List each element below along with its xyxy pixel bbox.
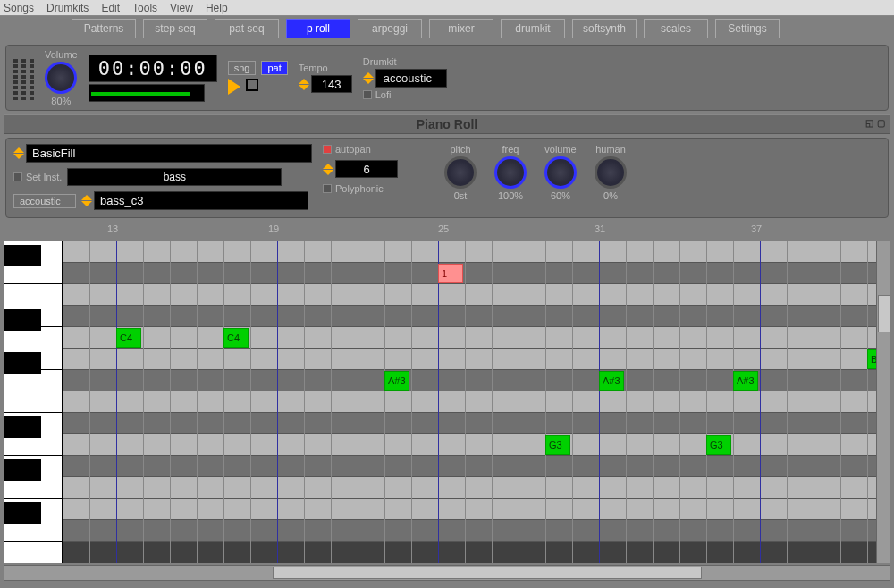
- song-progress[interactable]: [89, 84, 205, 102]
- piano-keyboard[interactable]: [4, 241, 63, 563]
- maximize-icon[interactable]: ◱: [865, 118, 873, 128]
- ruler-label: 25: [438, 223, 449, 234]
- sample-spinner[interactable]: [81, 195, 92, 206]
- value-spinner[interactable]: [323, 164, 333, 175]
- note-grid[interactable]: 1C4C4B3A#3A#3A#3G3G3: [63, 241, 876, 563]
- note-G3[interactable]: G3: [706, 435, 731, 455]
- set-inst-label: Set Inst.: [26, 172, 62, 182]
- autopan-checkbox[interactable]: [323, 145, 332, 154]
- drumkit-label: Drumkit: [363, 56, 447, 67]
- arrow-up-icon[interactable]: [81, 195, 92, 200]
- freq-knob[interactable]: [494, 156, 527, 189]
- instrument-panel: BasicFill Set Inst. bass accoustic bass_…: [5, 138, 889, 218]
- note-1[interactable]: 1: [438, 264, 463, 283]
- tempo-spinner[interactable]: [299, 79, 309, 90]
- tempo-value[interactable]: 143: [311, 75, 352, 93]
- note-A#3[interactable]: A#3: [733, 371, 758, 391]
- arrow-down-icon[interactable]: [363, 79, 374, 84]
- lofi-label: Lofi: [375, 89, 392, 100]
- arrow-down-icon[interactable]: [13, 154, 24, 159]
- value-field[interactable]: 6: [335, 160, 398, 178]
- tab-softsynth[interactable]: softsynth: [572, 19, 637, 38]
- note-C4[interactable]: C4: [116, 328, 141, 348]
- arrow-up-icon[interactable]: [13, 147, 24, 153]
- volume-knob[interactable]: [45, 62, 77, 94]
- arrow-up-icon[interactable]: [323, 164, 333, 169]
- stop-button[interactable]: [246, 79, 258, 91]
- tab-drumkit[interactable]: drumkit: [501, 19, 565, 38]
- note-G3[interactable]: G3: [545, 435, 570, 455]
- drumkit-spinner[interactable]: [363, 72, 374, 84]
- freq-label: freq: [502, 144, 519, 155]
- tab-step-seq[interactable]: step seq: [143, 19, 207, 38]
- tab-mixer[interactable]: mixer: [429, 19, 493, 38]
- ruler-label: 13: [107, 223, 118, 234]
- arrow-down-icon[interactable]: [299, 85, 309, 90]
- pattern-name-field[interactable]: BasicFill: [26, 144, 312, 163]
- tab-arpeggi[interactable]: arpeggi: [358, 19, 422, 38]
- play-button[interactable]: [228, 79, 240, 95]
- polyphonic-label: Polyphonic: [335, 183, 384, 194]
- menubar: Songs Drumkits Edit Tools View Help: [0, 0, 894, 16]
- menu-edit[interactable]: Edit: [101, 2, 120, 14]
- polyphonic-checkbox[interactable]: [323, 184, 332, 193]
- tempo-label: Tempo: [299, 63, 352, 73]
- note-A#3[interactable]: A#3: [384, 371, 409, 391]
- instrument-name-field[interactable]: bass: [67, 168, 282, 186]
- volume-knob-value: 60%: [551, 190, 570, 201]
- pitch-value: 0st: [454, 190, 468, 201]
- pat-button[interactable]: pat: [261, 61, 287, 75]
- kit-select-button[interactable]: accoustic: [13, 194, 76, 208]
- tab-pat-seq[interactable]: pat seq: [215, 19, 279, 38]
- autopan-label: autopan: [335, 144, 371, 155]
- menu-view[interactable]: View: [170, 2, 193, 14]
- drumkit-value[interactable]: accoustic: [375, 69, 447, 88]
- lofi-checkbox[interactable]: [363, 90, 372, 99]
- human-label: human: [595, 144, 626, 155]
- piano-roll: 1C4C4B3A#3A#3A#3G3G3: [4, 241, 890, 563]
- timeline-ruler[interactable]: 13 19 25 31 37: [63, 222, 890, 238]
- menu-tools[interactable]: Tools: [132, 2, 157, 14]
- sample-name-field[interactable]: bass_c3: [94, 191, 308, 210]
- ruler-label: 31: [595, 223, 605, 234]
- ruler-label: 19: [268, 223, 279, 234]
- tab-patterns[interactable]: Patterns: [72, 19, 136, 38]
- pitch-label: pitch: [450, 144, 470, 155]
- note-B3[interactable]: B3: [867, 349, 876, 369]
- tab-settings[interactable]: Settings: [715, 19, 780, 38]
- arrow-up-icon[interactable]: [299, 79, 309, 84]
- pattern-spinner[interactable]: [13, 147, 24, 159]
- volume-knob-inst[interactable]: [544, 156, 577, 189]
- set-inst-checkbox[interactable]: [13, 172, 22, 181]
- human-knob[interactable]: [595, 156, 627, 189]
- vertical-scrollbar[interactable]: [876, 241, 890, 563]
- time-display: 00:00:00: [89, 55, 217, 82]
- volume-label: Volume: [45, 49, 78, 60]
- tab-row: Patterns step seq pat seq p roll arpeggi…: [0, 16, 894, 41]
- tab-scales[interactable]: scales: [644, 19, 708, 38]
- horizontal-scrollbar[interactable]: [4, 565, 890, 581]
- transport-panel: Volume 80% 00:00:00 sng pat Tempo 143 Dr…: [5, 45, 889, 111]
- freq-value: 100%: [498, 190, 523, 201]
- restore-icon[interactable]: ▢: [877, 118, 885, 128]
- editor-titlebar: Piano Roll ◱ ▢: [4, 114, 890, 134]
- scrollbar-thumb[interactable]: [273, 567, 702, 579]
- ruler-label: 37: [751, 223, 762, 234]
- tab-p-roll[interactable]: p roll: [286, 19, 350, 38]
- note-C4[interactable]: C4: [224, 328, 249, 348]
- arrow-down-icon[interactable]: [323, 170, 333, 175]
- arrow-up-icon[interactable]: [363, 72, 374, 78]
- menu-help[interactable]: Help: [206, 2, 228, 14]
- arrow-down-icon[interactable]: [81, 201, 92, 206]
- menu-drumkits[interactable]: Drumkits: [46, 2, 89, 14]
- vu-meter: [13, 55, 34, 100]
- scrollbar-thumb[interactable]: [878, 295, 890, 332]
- sng-button[interactable]: sng: [228, 61, 257, 75]
- volume-value: 80%: [51, 96, 71, 106]
- menu-songs[interactable]: Songs: [4, 2, 34, 14]
- volume-knob-label: volume: [544, 144, 576, 155]
- note-A#3[interactable]: A#3: [599, 371, 624, 391]
- editor-title-text: Piano Roll: [417, 117, 477, 131]
- human-value: 0%: [603, 190, 618, 201]
- pitch-knob[interactable]: [444, 156, 477, 189]
